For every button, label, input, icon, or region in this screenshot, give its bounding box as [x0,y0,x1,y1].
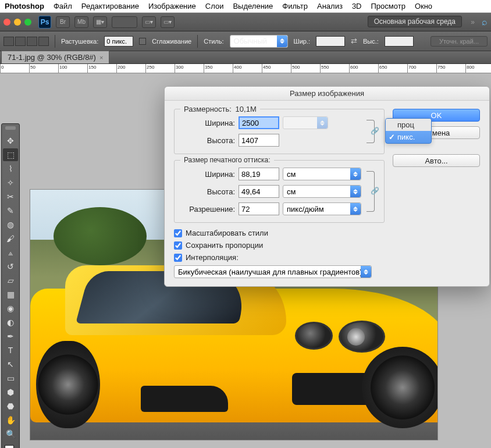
zoom-window[interactable] [24,19,31,26]
print-width-label: Ширина: [182,170,235,179]
tool-preset-icons[interactable] [3,37,49,46]
swap-icon[interactable]: ⇄ [351,37,357,45]
pixel-width-input[interactable] [239,116,279,129]
minimize-window[interactable] [14,19,21,26]
height-label: Выс.: [363,38,379,45]
feather-label: Растушевка: [61,38,98,45]
workspace-switcher[interactable]: Основная рабочая среда [368,16,462,27]
menu-layers[interactable]: Слои [205,2,224,10]
constrain-label: Сохранить пропорции [186,241,263,250]
close-tab-icon[interactable]: × [99,54,103,61]
clone-stamp-tool[interactable]: ⟁ [3,246,18,259]
menu-filter[interactable]: Фильтр [282,2,308,10]
hand-tool[interactable]: ✋ [3,414,18,426]
view-extras-button[interactable]: ▦▾ [93,16,107,28]
dialog-title: Размер изображения [165,87,489,101]
menu-image[interactable]: Изображение [148,2,196,10]
document-tab[interactable]: 71-1.jpg @ 30% (RGB/8#) × [1,51,109,63]
pen-tool[interactable]: ✒ [3,330,18,343]
rectangle-tool[interactable]: ▭ [3,372,18,385]
width-input[interactable] [316,36,345,47]
unit-dropdown-open[interactable]: проц пикс. [385,118,432,144]
menu-analysis[interactable]: Анализ [317,2,343,10]
resolution-unit-select[interactable]: пикс/дюйм [283,202,361,215]
menu-view[interactable]: Просмотр [371,2,405,10]
toolbox: ✥ ⬚ ⌇ ✧ ✂ ✎ ◍ 🖌 ⟁ ↺ ▱ ▦ ◉ ◐ ✒ T ↖ ▭ ⬢ ⬣ … [1,123,20,448]
horizontal-ruler: 0501001502002503003504004505005506006507… [0,64,491,73]
zoom-level-button[interactable] [112,16,137,28]
eyedropper-tool[interactable]: ✎ [3,204,18,217]
document-tab-label: 71-1.jpg @ 30% (RGB/8#) [8,53,96,62]
pixel-width-unit-select[interactable] [283,116,328,129]
bridge-button[interactable]: Br [56,16,70,28]
print-size-group: Размер печатного оттиска: Ширина: см 🔗 В… [174,160,385,223]
pixel-height-label: Высота: [182,136,235,145]
menu-file[interactable]: Файл [54,2,72,10]
interpolation-checkbox[interactable] [174,254,182,262]
brush-tool[interactable]: 🖌 [3,232,18,245]
arrange-docs-button[interactable]: ▭▾ [142,16,156,28]
unit-option-pixels[interactable]: пикс. [386,131,431,143]
3d-camera-tool[interactable]: ⬣ [3,400,18,413]
scale-styles-label: Масштабировать стили [186,229,268,237]
dodge-tool[interactable]: ◐ [3,316,18,329]
scale-styles-checkbox[interactable] [174,229,182,237]
antialias-label: Сглаживание [152,38,191,45]
close-window[interactable] [3,19,10,26]
3d-tool[interactable]: ⬢ [3,386,18,399]
marquee-tool[interactable]: ⬚ [3,148,18,161]
screen-mode-button[interactable]: ▭▾ [161,16,175,28]
pixel-width-label: Ширина: [182,119,235,127]
color-swatches[interactable] [3,444,18,448]
minibridge-button[interactable]: Mb [74,16,88,28]
zoom-tool[interactable]: 🔍 [3,428,18,440]
interpolation-select[interactable]: Бикубическая (наилучшая для плавных град… [174,265,372,278]
more-chevrons-icon[interactable]: » [471,18,475,26]
app-bar: Ps Br Mb ▦▾ ▭▾ ▭▾ Основная рабочая среда… [0,13,491,31]
print-height-label: Высота: [182,187,235,196]
print-width-unit-select[interactable]: см [283,168,361,180]
system-menubar: Photoshop Файл Редактирование Изображени… [0,0,491,13]
image-size-dialog: Размер изображения Размерность: 10,1M Ши… [164,86,490,287]
resolution-label: Разрешение: [182,205,235,214]
width-label: Шир.: [294,38,310,45]
print-width-input[interactable] [239,168,279,180]
feather-input[interactable] [104,36,133,47]
menu-3d[interactable]: 3D [352,2,362,10]
search-icon[interactable]: ⌕ [482,17,488,27]
lasso-tool[interactable]: ⌇ [3,162,18,175]
height-input[interactable] [385,36,414,47]
foreground-swatch[interactable] [5,445,14,448]
move-tool[interactable]: ✥ [3,134,18,147]
photoshop-logo-icon: Ps [38,16,51,29]
options-bar: Растушевка: Сглаживание Стиль: Обычный Ш… [0,31,491,51]
menu-select[interactable]: Выделение [233,2,273,10]
app-name[interactable]: Photoshop [5,2,44,10]
window-controls [3,19,31,26]
type-tool[interactable]: T [3,344,18,357]
magic-wand-tool[interactable]: ✧ [3,176,18,189]
crop-tool[interactable]: ✂ [3,190,18,203]
interpolation-label: Интерполяция: [186,253,239,262]
eraser-tool[interactable]: ▱ [3,274,18,287]
refine-edge-button[interactable]: Уточн. край... [430,36,488,47]
style-select[interactable]: Обычный [230,35,288,48]
path-selection-tool[interactable]: ↖ [3,358,18,371]
auto-button[interactable]: Авто... [393,154,480,167]
unit-option-percent[interactable]: проц [386,119,431,131]
print-height-input[interactable] [239,185,279,198]
history-brush-tool[interactable]: ↺ [3,260,18,273]
document-tab-bar: 71-1.jpg @ 30% (RGB/8#) × [0,51,491,64]
menu-window[interactable]: Окно [415,2,432,10]
pixel-height-input[interactable] [239,134,279,147]
style-label: Стиль: [204,38,223,45]
antialias-checkbox[interactable] [139,38,146,45]
pixel-dimensions-group: Размерность: 10,1M Ширина: проц пикс. 🔗 … [174,109,385,154]
healing-brush-tool[interactable]: ◍ [3,218,18,231]
resolution-input[interactable] [239,202,279,215]
menu-edit[interactable]: Редактирование [81,2,139,10]
blur-tool[interactable]: ◉ [3,302,18,315]
gradient-tool[interactable]: ▦ [3,288,18,301]
print-height-unit-select[interactable]: см [283,185,361,198]
constrain-proportions-checkbox[interactable] [174,241,182,250]
